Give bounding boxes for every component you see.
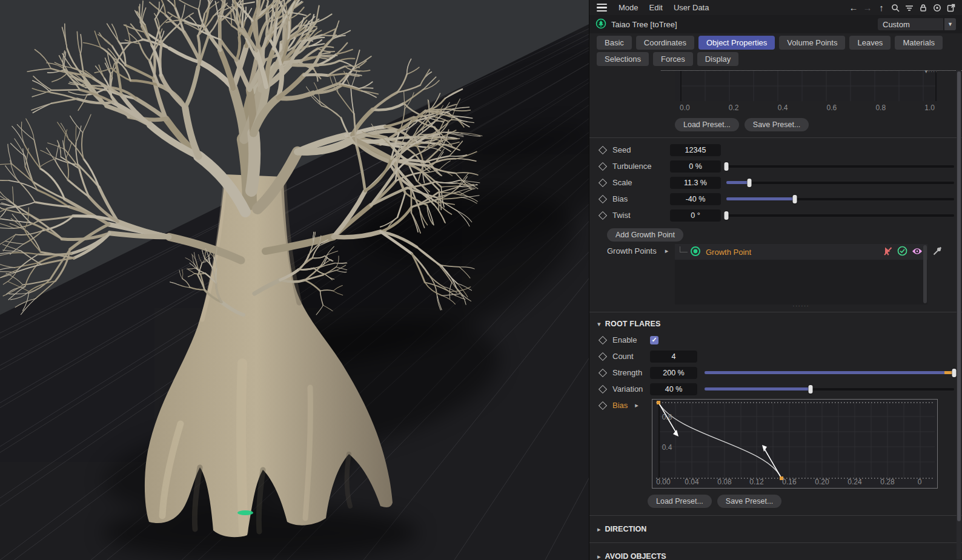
tab-display[interactable]: Display (697, 52, 739, 66)
bias-curve-editor[interactable]: 0.8 0.4 0.00 0.04 0.08 0.12 0.16 0.20 0.… (652, 399, 938, 489)
turbulence-value-field[interactable]: 0 % (670, 160, 721, 173)
record-target-icon[interactable] (932, 3, 942, 13)
slider-handle[interactable] (952, 369, 957, 377)
keyframe-diamond-icon[interactable] (599, 211, 607, 219)
slider-handle[interactable] (792, 195, 797, 203)
keyframe-diamond-icon[interactable] (599, 145, 607, 154)
keyframe-diamond-icon[interactable] (599, 401, 607, 409)
section-root-flares[interactable]: ▾ ROOT FLARES (589, 316, 962, 332)
growth-points-list[interactable]: Growth Point (675, 244, 927, 305)
hamburger-menu-icon[interactable] (597, 4, 607, 12)
tab-row-2: Selections Forces Display (589, 50, 962, 66)
divider (589, 137, 962, 138)
slider-handle[interactable] (747, 179, 751, 187)
gradient-curve-editor-partial[interactable]: 0.00.2 0.40.6 0.81.0 (675, 71, 938, 112)
save-preset-button[interactable]: Save Preset... (745, 118, 809, 131)
scale-slider[interactable] (726, 178, 954, 188)
search-icon[interactable] (891, 3, 900, 13)
param-row-scale: Scale 11.3 % (589, 174, 962, 191)
count-value-field[interactable]: 4 (650, 351, 697, 363)
keyframe-diamond-icon[interactable] (599, 335, 607, 344)
expand-chevron-icon[interactable]: ▸ (635, 401, 639, 409)
panel-content: ▾···· 0.00.2 (589, 66, 962, 560)
tab-leaves[interactable]: Leaves (849, 36, 891, 50)
tab-basic[interactable]: Basic (597, 36, 632, 50)
keyframe-diamond-icon[interactable] (599, 162, 607, 170)
variation-slider[interactable] (705, 384, 954, 394)
strength-slider[interactable] (705, 368, 954, 378)
list-scrollbar[interactable] (923, 245, 927, 303)
keyframe-diamond-icon[interactable] (599, 368, 607, 377)
eye-icon[interactable] (912, 247, 923, 257)
up-arrow-icon[interactable]: ↑ (877, 3, 886, 13)
menu-mode[interactable]: Mode (613, 3, 644, 12)
bias-curve-svg (652, 400, 937, 488)
seed-value-field[interactable]: 12345 (670, 144, 721, 156)
collapse-chevron-icon[interactable]: ▸ (597, 553, 601, 560)
variation-value-field[interactable]: 40 % (650, 383, 697, 395)
param-label: Twist (612, 211, 670, 220)
strength-value-field[interactable]: 200 % (650, 367, 697, 379)
section-avoid-objects[interactable]: ▸ AVOID OBJECTS (589, 547, 962, 560)
preset-combo[interactable]: Custom ▼ (878, 18, 956, 30)
tab-selections[interactable]: Selections (597, 52, 649, 66)
collapse-chevron-icon[interactable]: ▸ (597, 525, 601, 533)
param-label: Bias (612, 194, 670, 203)
slider-handle[interactable] (809, 385, 813, 394)
growth-points-label: Growth Points (607, 246, 657, 255)
y-tick: 0.4 (662, 443, 672, 452)
add-growth-point-button[interactable]: Add Growth Point (607, 228, 683, 242)
growth-point-ring-icon[interactable] (690, 246, 701, 259)
tab-materials[interactable]: Materials (895, 36, 943, 50)
slider-handle[interactable] (725, 211, 729, 220)
check-circle-icon[interactable] (897, 246, 907, 258)
object-header-row: Taiao Tree [toTree] Custom ▼ (589, 15, 962, 33)
preset-combo-value[interactable]: Custom (878, 18, 943, 30)
collapse-chevron-icon[interactable]: ▾ (597, 320, 601, 328)
tab-coordinates[interactable]: Coordinates (636, 36, 694, 50)
section-splitter[interactable]: ▾···· (661, 70, 962, 71)
section-direction[interactable]: ▸ DIRECTION (589, 519, 962, 539)
slider-handle[interactable] (725, 162, 729, 171)
viewport-render (0, 0, 589, 560)
tab-object-properties[interactable]: Object Properties (698, 36, 775, 50)
3d-viewport[interactable] (0, 0, 589, 560)
filter-icon[interactable] (904, 3, 914, 13)
tab-volume-points[interactable]: Volume Points (779, 36, 845, 50)
keyframe-diamond-icon[interactable] (599, 384, 607, 393)
scale-value-field[interactable]: 11.3 % (670, 177, 721, 189)
lock-icon[interactable] (918, 3, 928, 13)
rf-row-variation: Variation 40 % (589, 381, 962, 397)
bias-value-field[interactable]: -40 % (670, 193, 721, 205)
load-preset-button[interactable]: Load Preset... (675, 118, 739, 131)
menu-edit[interactable]: Edit (644, 3, 668, 12)
keyframe-diamond-icon[interactable] (599, 178, 607, 186)
keyframe-diamond-icon[interactable] (599, 352, 607, 360)
expand-chevron-icon[interactable]: ▸ (665, 247, 669, 255)
back-arrow-icon[interactable]: ← (849, 3, 858, 13)
menu-user-data[interactable]: User Data (668, 3, 715, 12)
param-label: Bias (612, 401, 628, 410)
rf-row-count: Count 4 (589, 348, 962, 364)
load-preset-button-2[interactable]: Load Preset... (648, 495, 712, 508)
forward-arrow-icon[interactable]: → (863, 3, 872, 13)
tab-forces[interactable]: Forces (653, 52, 693, 66)
growth-point-name[interactable]: Growth Point (706, 248, 883, 257)
curve-grid (675, 71, 938, 101)
bias-slider[interactable] (726, 194, 954, 204)
save-preset-button-2[interactable]: Save Preset... (717, 495, 782, 508)
turbulence-slider[interactable] (726, 162, 954, 171)
combo-dropdown-arrow-icon[interactable]: ▼ (944, 18, 956, 30)
keyframe-diamond-icon[interactable] (599, 194, 607, 203)
open-window-icon[interactable] (946, 3, 956, 13)
enable-checkbox[interactable]: ✓ (650, 336, 658, 344)
object-title: Taiao Tree [toTree] (611, 20, 677, 29)
twist-slider[interactable] (726, 211, 954, 220)
deselect-cursor-icon[interactable] (883, 246, 893, 258)
twist-value-field[interactable]: 0 ° (670, 209, 721, 222)
panel-scrollbar[interactable] (957, 70, 961, 559)
growth-point-list-item[interactable]: Growth Point (675, 244, 927, 260)
list-resize-handle[interactable]: ······ (675, 305, 927, 308)
eyedropper-icon[interactable] (932, 246, 942, 258)
panel-scroll-thumb[interactable] (957, 71, 961, 521)
